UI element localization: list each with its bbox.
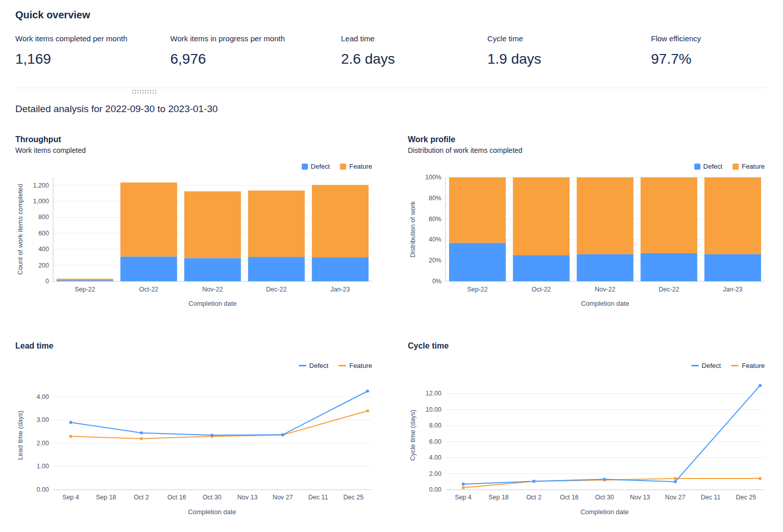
legend-item-feature[interactable]: Feature [340,163,372,170]
data-point-defect[interactable] [759,384,762,387]
bar-segment-defect[interactable] [704,254,761,281]
chart-title: Work profile [408,135,768,144]
chart-legend: DefectFeature [408,362,765,369]
bar-segment-feature[interactable] [120,182,177,256]
data-point-defect[interactable] [211,434,214,437]
legend-swatch [733,164,739,170]
y-tick-label: 3.00 [37,416,49,423]
y-tick-label: 40% [429,236,441,243]
bar-segment-feature[interactable] [704,177,761,254]
legend-item-defect[interactable]: Defect [302,163,330,170]
kpi-label: Work items completed per month [15,34,170,43]
bar-segment-defect[interactable] [57,280,113,281]
x-tick-label: Jan-23 [723,286,742,293]
line-defect [463,385,760,484]
bar-segment-feature[interactable] [312,185,369,257]
y-tick-label: 8.00 [429,422,441,429]
y-tick-label: 200 [38,262,49,269]
lead-time-chart: DefectFeature0.001.002.003.004.00Sep 4Se… [15,362,375,520]
x-axis-title: Completion date [581,508,629,516]
data-point-defect[interactable] [366,389,369,392]
data-point-defect[interactable] [532,480,535,483]
bar-segment-defect[interactable] [248,257,305,281]
y-tick-label: 1,200 [33,182,49,189]
legend-swatch [694,164,700,170]
x-tick-label: Nov 27 [273,494,293,501]
kpi-cycle-time: Cycle time 1.9 days [487,34,651,67]
y-tick-label: 12.00 [426,390,441,397]
bar-segment-feature[interactable] [449,177,506,243]
kpi-label: Work items in progress per month [170,34,341,43]
x-tick-label: Dec 25 [344,494,364,501]
bar-segment-feature[interactable] [184,191,241,258]
bar-segment-defect[interactable] [449,243,506,281]
data-point-feature[interactable] [69,435,72,438]
data-point-feature[interactable] [462,486,465,489]
bar-segment-feature[interactable] [641,177,697,253]
data-point-feature[interactable] [674,477,677,480]
legend-item-defect[interactable]: Defect [691,362,721,369]
y-tick-label: 100% [425,174,441,181]
data-point-feature[interactable] [759,477,762,480]
bar-segment-defect[interactable] [312,257,369,281]
legend-label: Feature [742,362,765,369]
bar-segment-defect[interactable] [184,258,241,281]
bar-segment-defect[interactable] [120,256,177,281]
legend-item-feature[interactable]: Feature [731,362,765,369]
legend-item-defect[interactable]: Defect [694,163,723,170]
section-divider [15,88,768,88]
data-point-defect[interactable] [281,433,284,436]
legend-swatch [340,164,346,170]
y-tick-label: 4.00 [429,454,441,461]
data-point-defect[interactable] [69,421,72,424]
panel-resize-handle[interactable] [132,89,157,95]
cycle-time-chart: DefectFeature0.002.004.006.008.0010.0012… [408,362,768,520]
bar-segment-feature[interactable] [577,177,633,254]
y-axis-title: Count of work items completed [16,184,24,275]
chart-title: Cycle time [408,341,768,351]
x-tick-label: Nov-22 [595,286,615,293]
data-point-feature[interactable] [140,437,143,440]
kpi-value: 2.6 days [341,51,487,67]
x-tick-label: Dec 25 [736,494,756,501]
chart-subtitle: Distribution of work items completed [408,146,768,154]
x-axis-title: Completion date [189,300,237,307]
legend-label: Feature [742,163,765,170]
y-axis-title: Cycle time (days) [409,410,416,461]
kpi-value: 6,976 [170,51,341,67]
bar-segment-feature[interactable] [513,177,569,255]
x-tick-label: Sep 4 [62,494,79,501]
kpi-completed-per-month: Work items completed per month 1,169 [15,34,170,67]
y-tick-label: 80% [429,195,441,202]
legend-item-feature[interactable]: Feature [733,163,765,170]
y-tick-label: 20% [429,257,441,264]
y-axis-title: Lead time (days) [16,411,24,460]
data-point-feature[interactable] [366,409,369,412]
y-axis-title: Distribution of work [409,201,416,257]
bar-segment-feature[interactable] [57,279,113,280]
kpi-lead-time: Lead time 2.6 days [341,34,487,67]
kpi-label: Flow efficiency [651,34,768,43]
chart-svg: 0.002.004.006.008.0010.0012.00Sep 4Sep 1… [408,373,768,518]
chart-card-lead-time: Lead time DefectFeature0.001.002.003.004… [15,341,375,520]
chart-svg: 0.001.002.003.004.00Sep 4Sep 18Oct 2Oct … [15,373,375,518]
data-point-defect[interactable] [140,431,143,434]
data-point-defect[interactable] [674,480,677,483]
data-point-defect[interactable] [462,483,465,486]
chart-title: Throughput [15,135,375,144]
bar-segment-defect[interactable] [513,255,569,281]
bar-segment-defect[interactable] [641,253,697,281]
legend-item-feature[interactable]: Feature [338,362,372,369]
legend-item-defect[interactable]: Defect [299,362,329,369]
bar-segment-feature[interactable] [248,191,305,257]
x-axis-title: Completion date [188,508,237,516]
x-tick-label: Nov 13 [630,494,650,501]
charts-grid: Throughput Work items completed DefectFe… [15,135,768,520]
data-point-defect[interactable] [603,478,606,481]
y-tick-label: 2.00 [429,470,441,477]
chart-card-cycle-time: Cycle time DefectFeature0.002.004.006.00… [408,341,768,520]
bar-segment-defect[interactable] [577,254,633,281]
legend-swatch [299,365,306,366]
legend-label: Defect [703,163,723,170]
x-tick-label: Sep 18 [488,494,509,501]
